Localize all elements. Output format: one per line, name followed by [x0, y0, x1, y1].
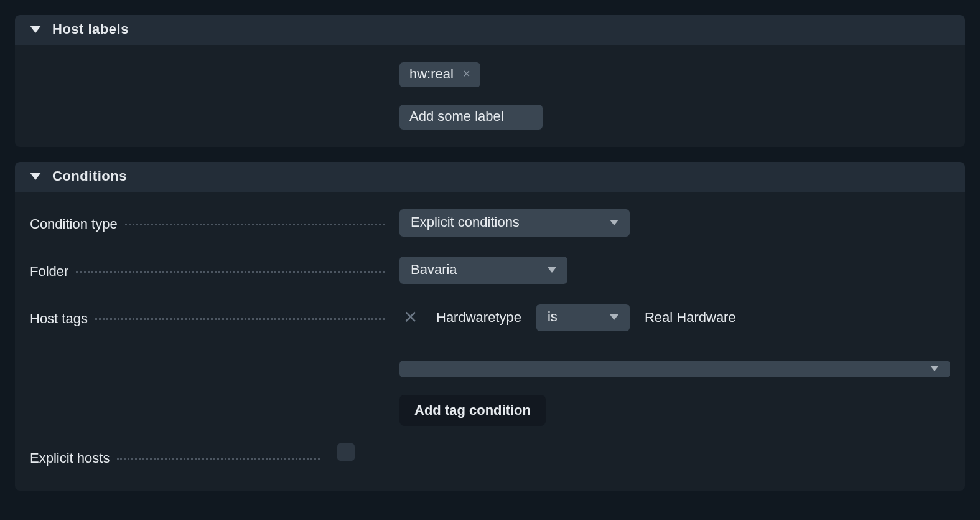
host-labels-title: Host labels: [52, 21, 129, 37]
conditions-panel: Conditions Condition type Explicit condi…: [15, 162, 965, 491]
host-labels-panel: Host labels hw:real ✕ Add some label: [15, 15, 965, 147]
tag-condition-row: ✕ Hardwaretype is Real Hardware: [399, 304, 950, 343]
condition-type-label: Condition type: [30, 216, 118, 232]
add-label-input[interactable]: Add some label: [399, 105, 543, 130]
chevron-down-icon: [930, 366, 939, 371]
tag-group-text: Hardwaretype: [436, 310, 521, 326]
host-tags-row: Host tags ✕ Hardwaretype is Real Hardwar…: [30, 304, 950, 426]
explicit-hosts-checkbox[interactable]: [337, 443, 355, 461]
explicit-hosts-label: Explicit hosts: [30, 450, 110, 466]
host-labels-body: hw:real ✕ Add some label: [15, 45, 965, 147]
chevron-down-icon: [610, 314, 618, 320]
add-tag-condition-label: Add tag condition: [414, 402, 531, 418]
host-tags-label: Host tags: [30, 311, 88, 327]
condition-type-value: Explicit conditions: [411, 214, 520, 230]
folder-value: Bavaria: [411, 262, 457, 278]
host-label-chip[interactable]: hw:real ✕: [399, 62, 480, 87]
host-label-chip-text: hw:real: [409, 66, 454, 82]
tag-operator-select[interactable]: is: [536, 304, 630, 331]
caret-down-icon: [30, 26, 41, 33]
conditions-title: Conditions: [52, 168, 127, 184]
chevron-down-icon: [610, 220, 618, 225]
folder-select[interactable]: Bavaria: [399, 257, 567, 284]
chevron-down-icon: [548, 267, 556, 273]
host-labels-header[interactable]: Host labels: [15, 15, 965, 45]
condition-type-row: Condition type Explicit conditions: [30, 209, 950, 239]
close-icon[interactable]: ✕: [462, 69, 470, 79]
condition-type-select[interactable]: Explicit conditions: [399, 209, 630, 237]
conditions-body: Condition type Explicit conditions Folde…: [15, 192, 965, 491]
tag-value-text: Real Hardware: [645, 310, 736, 326]
remove-tag-condition-icon[interactable]: ✕: [399, 309, 421, 326]
tag-group-select[interactable]: [399, 361, 950, 377]
explicit-hosts-row: Explicit hosts: [30, 443, 950, 473]
folder-label: Folder: [30, 263, 68, 280]
caret-down-icon: [30, 173, 41, 180]
conditions-header[interactable]: Conditions: [15, 162, 965, 192]
folder-row: Folder Bavaria: [30, 257, 950, 286]
tag-operator-value: is: [548, 309, 558, 325]
add-tag-condition-button[interactable]: Add tag condition: [399, 395, 546, 426]
add-label-placeholder: Add some label: [409, 108, 504, 125]
